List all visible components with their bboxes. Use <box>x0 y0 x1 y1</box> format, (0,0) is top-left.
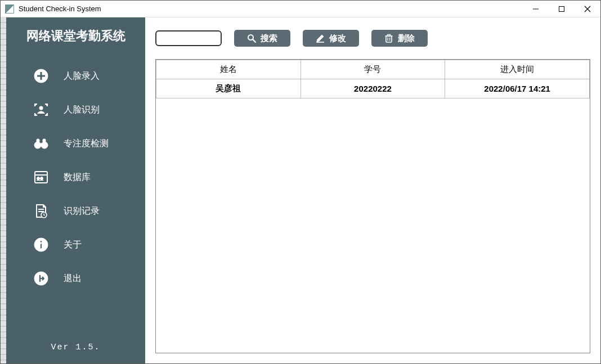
file-history-icon <box>33 203 49 219</box>
close-icon <box>584 6 591 12</box>
face-scan-icon <box>33 102 49 118</box>
svg-point-7 <box>39 106 43 110</box>
logout-icon <box>33 271 49 286</box>
left-gutter <box>1 17 6 363</box>
svg-rect-1 <box>559 6 564 11</box>
info-icon <box>33 237 49 253</box>
cell-name: 吴彦祖 <box>156 79 301 98</box>
svg-rect-12 <box>43 139 46 142</box>
svg-line-25 <box>253 39 255 42</box>
toolbar: 搜索 修改 删除 <box>155 30 590 47</box>
svg-rect-22 <box>40 244 42 249</box>
button-label: 修改 <box>329 33 346 44</box>
sidebar-item-exit[interactable]: 退出 <box>6 262 145 295</box>
search-input[interactable] <box>155 30 222 46</box>
svg-rect-10 <box>39 143 43 146</box>
sidebar-item-label: 人脸识别 <box>64 104 100 116</box>
button-label: 删除 <box>398 33 415 44</box>
sidebar-item-label: 数据库 <box>64 172 91 183</box>
edit-icon <box>316 34 325 43</box>
sidebar-item-label: 识别记录 <box>64 205 100 217</box>
delete-button[interactable]: 删除 <box>371 30 428 47</box>
trash-icon <box>384 34 393 43</box>
sidebar-item-label: 关于 <box>64 239 82 251</box>
sidebar-nav: 人脸录入 人脸识别 专注度检 <box>6 59 145 295</box>
svg-rect-11 <box>37 139 39 142</box>
titlebar: Student Check-in System <box>1 1 600 17</box>
column-header-time[interactable]: 进入时间 <box>445 60 590 79</box>
binoculars-icon <box>33 136 49 151</box>
cell-id: 20220222 <box>300 79 445 98</box>
svg-rect-27 <box>386 36 392 42</box>
sidebar-item-attention-detection[interactable]: 专注度检测 <box>6 127 145 160</box>
sidebar-item-label: 退出 <box>64 273 82 285</box>
sidebar: 网络课堂考勤系统 人脸录入 人脸 <box>6 17 145 363</box>
column-header-id[interactable]: 学号 <box>300 60 445 79</box>
maximize-button[interactable] <box>549 1 575 17</box>
minimize-button[interactable] <box>523 1 549 17</box>
table-header-row: 姓名 学号 进入时间 <box>156 60 590 79</box>
cell-time: 2022/06/17 14:21 <box>445 79 590 98</box>
svg-point-21 <box>40 241 42 243</box>
records-table: 姓名 学号 进入时间 吴彦祖 20220222 2022/06/17 14:21 <box>156 60 590 98</box>
sidebar-item-label: 专注度检测 <box>64 138 109 150</box>
search-icon <box>247 34 256 43</box>
app-icon <box>5 5 14 14</box>
plus-circle-icon <box>33 68 49 84</box>
edit-button[interactable]: 修改 <box>303 30 359 47</box>
column-header-name[interactable]: 姓名 <box>156 60 301 79</box>
records-table-container: 姓名 学号 进入时间 吴彦祖 20220222 2022/06/17 14:21 <box>155 59 590 353</box>
client-area: 网络课堂考勤系统 人脸录入 人脸 <box>1 17 600 363</box>
window-title: Student Check-in System <box>19 5 101 13</box>
sidebar-item-about[interactable]: 关于 <box>6 228 145 262</box>
sidebar-item-recognition-log[interactable]: 识别记录 <box>6 194 145 228</box>
app-title: 网络课堂考勤系统 <box>6 28 145 44</box>
sidebar-item-face-register[interactable]: 人脸录入 <box>6 59 145 93</box>
sidebar-item-face-recognition[interactable]: 人脸识别 <box>6 93 145 127</box>
sidebar-item-label: 人脸录入 <box>64 70 100 82</box>
table-row[interactable]: 吴彦祖 20220222 2022/06/17 14:21 <box>156 79 590 98</box>
main-panel: 搜索 修改 删除 姓名 学号 进入时间 <box>145 17 600 363</box>
app-window: Student Check-in System 网络课堂考勤系统 人脸录入 <box>0 0 601 364</box>
minimize-icon <box>532 6 539 12</box>
maximize-icon <box>558 6 565 12</box>
sidebar-item-database[interactable]: 数据库 <box>6 160 145 194</box>
database-icon <box>33 169 49 185</box>
version-label: Ver 1.5. <box>6 332 145 363</box>
svg-rect-29 <box>388 35 391 37</box>
close-button[interactable] <box>575 1 600 17</box>
button-label: 搜索 <box>261 33 277 44</box>
search-button[interactable]: 搜索 <box>234 30 290 47</box>
